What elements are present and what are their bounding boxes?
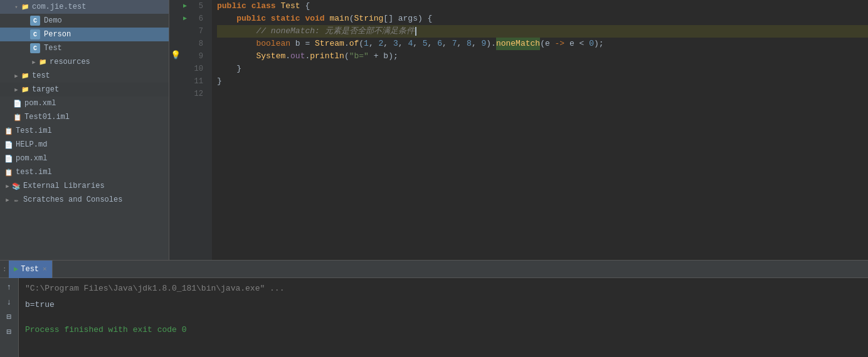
console-output: "C:\Program Files\Java\jdk1.8.0_181\bin\… (19, 278, 868, 357)
sidebar-item-demo[interactable]: C Demo (0, 14, 169, 28)
code-line-7: // noneMatch: 元素是否全部不满足条件 (217, 25, 868, 38)
sidebar-item-pom-xml[interactable]: 📄 pom.xml (0, 96, 169, 110)
code-line-11: } (217, 75, 868, 88)
tab-close-icon[interactable]: × (43, 266, 47, 273)
console-path-line: "C:\Program Files\Java\jdk1.8.0_181\bin\… (25, 282, 862, 296)
chevron-icon: ▶ (13, 86, 20, 93)
sidebar-item-label: HELP.md (16, 140, 47, 149)
pin-button[interactable]: ⊟ (3, 311, 16, 323)
code-line-5: public class Test { (217, 0, 868, 13)
sidebar-item-resources[interactable]: ▶ 📁 resources (0, 55, 169, 69)
sidebar-item-label: Test.iml (16, 127, 52, 135)
console-result-line: b=true (25, 298, 862, 312)
bottom-tab-test[interactable]: ▶ Test × (9, 261, 53, 278)
sidebar-item-person[interactable]: C Person (0, 28, 169, 41)
code-content[interactable]: public class Test { public static void m… (212, 0, 868, 260)
bottom-tabs-bar: : ▶ Test × (0, 261, 868, 278)
line-number-10: 10 (182, 63, 207, 75)
sidebar-item-label: target (32, 85, 59, 94)
sidebar-item-test01-iml[interactable]: 📋 Test01.iml (0, 110, 169, 124)
chevron-icon: ▶ (13, 73, 20, 80)
line-number-6: ▶ 6 (182, 13, 207, 25)
java-class-icon: C (30, 29, 40, 39)
tab-label: Test (21, 265, 39, 274)
run-gutter-icon: ▶ (183, 13, 187, 25)
code-line-12 (217, 88, 868, 100)
panel-indicator: : (3, 266, 6, 273)
line-numbers: ▶ 5 ▶ 6 7 8 9 10 11 12 (182, 0, 212, 260)
scroll-down-button[interactable]: ↓ (3, 296, 16, 308)
sidebar-item-test[interactable]: C Test (0, 41, 169, 55)
sidebar-item-target[interactable]: ▶ 📁 target (0, 83, 169, 96)
sidebar-item-pom-xml2[interactable]: 📄 pom.xml (0, 152, 169, 165)
line-number-12: 12 (182, 88, 207, 100)
iml-icon: 📋 (4, 167, 14, 177)
iml-icon: 📋 (13, 112, 23, 122)
hint-bulb-icon: 💡 (171, 50, 181, 60)
sidebar-item-external-libraries[interactable]: ▶ 📚 External Libraries (0, 179, 169, 193)
ext-lib-icon: 📚 (11, 181, 21, 191)
file-tree[interactable]: ▾ 📁 com.jie.test C Demo C Person C Test … (0, 0, 169, 260)
code-line-8: boolean b = Stream.of(1, 2, 3, 4, 5, 6, … (217, 38, 868, 50)
sidebar-item-label: test (32, 71, 50, 80)
sidebar-item-test-iml[interactable]: 📋 Test.iml (0, 124, 169, 138)
chevron-icon: ▶ (30, 59, 38, 66)
sidebar-item-label: com.jie.test (32, 3, 86, 11)
chevron-icon: ▶ (4, 197, 11, 204)
folder-icon: 📁 (20, 71, 30, 81)
run-tab-icon: ▶ (14, 264, 18, 274)
console-exit-line: Process finished with exit code 0 (25, 323, 862, 337)
xml-icon: 📄 (13, 98, 23, 108)
bottom-content: ↑ ↓ ⊟ ⊟ "C:\Program Files\Java\jdk1.8.0_… (0, 278, 868, 357)
line-number-5: ▶ 5 (182, 0, 207, 13)
sidebar-item-com-jie-test[interactable]: ▾ 📁 com.jie.test (0, 0, 169, 14)
xml-icon: 📄 (4, 153, 14, 163)
sidebar-item-label: Test01.iml (24, 113, 70, 122)
sidebar-item-scratches[interactable]: ▶ ✏️ Scratches and Consoles (0, 193, 169, 207)
sidebar-item-help-md[interactable]: 📄 HELP.md (0, 138, 169, 152)
sidebar-item-label: External Libraries (23, 182, 105, 190)
sidebar-item-label: Scratches and Consoles (23, 195, 122, 204)
code-line-9: System.out.println("b=" + b); (217, 50, 868, 63)
line-number-9: 9 (182, 50, 207, 63)
line-number-11: 11 (182, 75, 207, 88)
sidebar-item-label: Test (44, 44, 62, 53)
chevron-icon: ▶ (4, 183, 11, 190)
hint-gutter: 💡 (169, 0, 182, 260)
iml-icon: 📋 (4, 126, 14, 136)
line-number-8: 8 (182, 38, 207, 50)
sidebar-item-label: Demo (44, 16, 62, 25)
bottom-panel: : ▶ Test × ↑ ↓ ⊟ ⊟ "C:\Program Files\Jav… (0, 260, 868, 357)
java-class-icon: C (30, 43, 40, 53)
sidebar-item-label: pom.xml (24, 99, 56, 108)
line-number-7: 7 (182, 25, 207, 38)
sidebar-item-label: pom.xml (16, 154, 47, 163)
folder-icon: 📁 (20, 2, 30, 12)
chevron-icon: ▾ (13, 4, 20, 11)
code-editor[interactable]: 💡 ▶ 5 ▶ 6 7 8 9 10 11 12 (169, 0, 868, 260)
run-gutter-icon: ▶ (183, 0, 187, 13)
code-line-10: } (217, 63, 868, 75)
code-line-6: public static void main(String[] args) { (217, 13, 868, 25)
sidebar-item-label: resources (50, 58, 90, 66)
md-icon: 📄 (4, 140, 14, 150)
sidebar-item-label: Person (44, 30, 71, 39)
java-class-icon: C (30, 16, 40, 26)
scroll-up-button[interactable]: ↑ (3, 281, 16, 293)
scratch-icon: ✏️ (11, 195, 21, 205)
folder-icon: 📁 (38, 57, 48, 67)
folder-icon: 📁 (20, 85, 30, 95)
sidebar-item-test-iml2[interactable]: 📋 test.iml (0, 165, 169, 179)
settings-button[interactable]: ⊟ (3, 326, 16, 338)
sidebar-item-label: test.iml (16, 168, 52, 177)
sidebar-item-test-folder[interactable]: ▶ 📁 test (0, 69, 169, 83)
run-panel-buttons: ↑ ↓ ⊟ ⊟ (0, 278, 19, 357)
